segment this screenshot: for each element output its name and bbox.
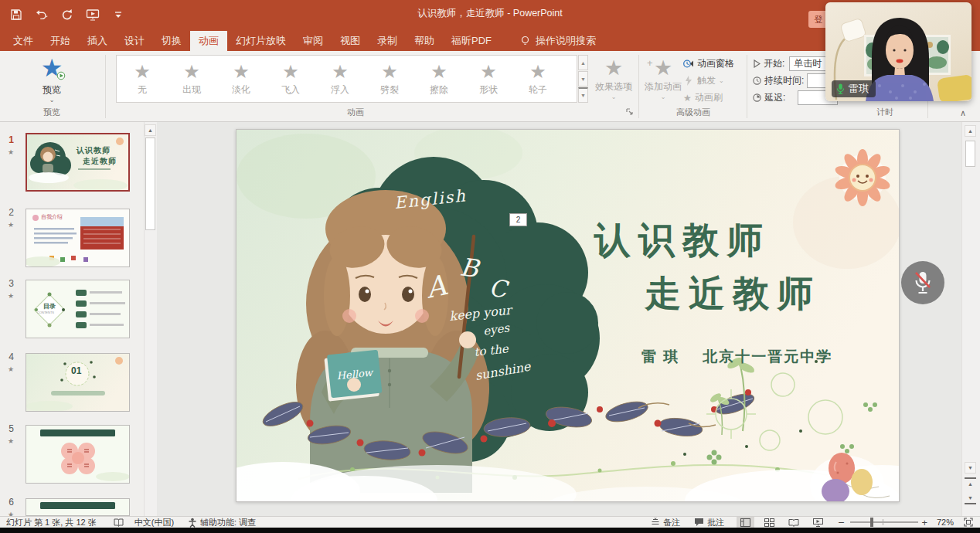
animation-fade[interactable]: ★淡化 [216,62,266,97]
thumbnail-slide-5[interactable] [26,425,130,484]
gallery-scroll-up[interactable]: ▲ [578,55,588,70]
save-icon[interactable] [9,8,23,22]
comments-toggle[interactable]: 批注 [694,517,724,528]
tab-help[interactable]: 帮助 [406,31,443,51]
thumbnail-slide-2[interactable]: 自我介绍 [26,209,130,267]
notes-toggle[interactable]: 备注 [651,517,680,528]
scroll-up-arrow[interactable]: ▲ [965,125,976,137]
slide-author-box[interactable]: 雷 琪 北京十一晋元中学 [641,347,832,367]
animation-star-icon: ★ [0,292,14,300]
tab-design[interactable]: 设计 [116,31,153,51]
start-play-icon [753,59,761,68]
thumbnail-slide-4[interactable]: 01 [26,353,130,412]
slide-sorter-view-button[interactable] [761,517,778,528]
thumb-number-2: 2 [0,207,14,218]
trigger-label: 触发 [697,74,716,87]
reading-view-button[interactable] [784,517,803,528]
tab-insert[interactable]: 插入 [79,31,116,51]
zoom-slider-handle[interactable] [870,518,873,527]
animation-shape[interactable]: ★形状 [464,62,513,97]
tab-review[interactable]: 审阅 [294,31,332,51]
powerpoint-window: 认识教师，走近教师 - PowerPoint 登 文件 开始 插入 设计 切换 … [0,0,980,533]
slideshow-view-button[interactable] [809,517,827,528]
tab-view[interactable]: 视图 [332,31,369,51]
panel-scroll-up[interactable]: ▲ [145,124,156,136]
webcam-presenter-name: 雷琪 [849,82,869,96]
start-value: 单击时 [794,57,822,70]
tab-animations[interactable]: 动画 [190,31,227,51]
undo-icon[interactable] [35,8,49,22]
thumbnail-slide-6[interactable] [26,498,130,516]
main-scrollbar-thumb[interactable] [965,141,975,167]
slide-title-line1[interactable]: 认识教师 [594,222,771,258]
animation-pane-button[interactable]: 动画窗格 [683,58,734,70]
slide-title-line2[interactable]: 走近教师 [645,275,821,311]
webcam-overlay[interactable]: 雷琪 [825,2,971,101]
tab-transitions[interactable]: 切换 [153,31,190,51]
start-slideshow-icon[interactable] [86,8,100,22]
panel-scrollbar[interactable]: ▲ [144,122,157,516]
tab-record[interactable]: 录制 [369,31,406,51]
spellcheck-button[interactable] [114,518,124,528]
webcam-name-tag: 雷琪 [832,80,876,97]
add-animation-button[interactable]: ★ + 添加动画 ⌄ [642,57,684,100]
trigger-button[interactable]: 触发 ⌄ [683,75,734,87]
thumb-number-4: 4 [0,351,14,362]
caret-icon: ⌄ [719,77,724,84]
preview-button[interactable]: ★ 预览 ⌄ [34,56,70,104]
collapse-ribbon-icon[interactable]: ∧ [960,108,966,118]
animation-float-in[interactable]: ★浮入 [315,62,365,97]
next-slide-button[interactable]: ▼ [965,493,976,504]
language-status[interactable]: 中文(中国) [134,517,174,528]
group-divider [747,55,747,118]
thumbnail-slide-3[interactable]: 目录 CONTENTS [26,280,130,338]
animation-appear[interactable]: ★出现 [167,62,216,97]
microphone-muted-button[interactable] [901,261,944,304]
preview-play-icon [56,71,66,80]
animation-fly-in[interactable]: ★飞入 [266,62,315,97]
animation-none[interactable]: ★无 [117,62,167,97]
zoom-level[interactable]: 72% [937,518,954,527]
effect-options-star-icon: ★ [591,57,636,79]
main-scrollbar[interactable]: ▲ ▼ ▲ ▼ [961,122,980,516]
thumb1-title-line1: 认识教师 [77,145,111,156]
animation-wheel[interactable]: ★轮子 [513,62,563,97]
zoom-slider-track[interactable] [850,521,918,523]
previous-slide-button[interactable]: ▲ [965,477,976,489]
caret-icon: ⌄ [591,93,636,100]
normal-view-button[interactable] [737,517,754,528]
animation-split[interactable]: ★劈裂 [365,62,414,97]
tab-file[interactable]: 文件 [5,31,42,51]
thumb1-title-line2: 走近教师 [83,156,117,167]
tell-me-search[interactable]: 操作说明搜索 [520,31,596,51]
animation-painter-button[interactable]: ★ 动画刷 [683,92,734,104]
animation-pane-label: 动画窗格 [697,57,734,70]
redo-icon[interactable] [60,8,74,22]
tab-foxit-pdf[interactable]: 福昕PDF [443,31,500,51]
tab-slideshow[interactable]: 幻灯片放映 [227,31,294,51]
fit-to-window-button[interactable] [960,517,977,528]
duration-label: 持续时间: [764,74,804,87]
animation-dialog-launcher-icon[interactable] [626,108,634,116]
scroll-down-arrow[interactable]: ▼ [965,462,976,474]
thumbnail-slide-1[interactable]: 认识教师 走近教师 [26,133,130,192]
animation-gallery: ★无 ★出现 ★淡化 ★飞入 ★浮入 ★劈裂 ★擦除 ★形状 ★轮子 [116,55,577,103]
add-animation-label: 添加动画 [642,80,684,93]
group-label-animation: 动画 [325,107,386,117]
tab-home[interactable]: 开始 [42,31,79,51]
panel-scrollbar-thumb[interactable] [145,137,155,230]
accessibility-button[interactable]: 辅助功能: 调查 [188,517,256,528]
group-label-advanced-animation: 高级动画 [661,107,726,117]
thumb3-subtitle: CONTENTS [37,311,54,314]
zoom-out-button[interactable]: − [838,516,844,528]
gallery-more-button[interactable]: ▼ [578,87,588,103]
gallery-scroll-down[interactable]: ▼ [578,71,588,87]
thumb3-title: 目录 [43,302,56,311]
effect-options-button[interactable]: ★ 效果选项 ⌄ [591,57,636,100]
tell-me-label: 操作说明搜索 [536,34,596,48]
animation-wipe[interactable]: ★擦除 [414,62,464,97]
zoom-in-button[interactable]: + [921,517,927,528]
customize-qat-icon[interactable] [111,8,125,22]
slide-panel: 1 ★ 认识教师 走近教师 2 ★ [0,122,156,516]
slide-canvas[interactable]: Hellow [236,129,900,502]
